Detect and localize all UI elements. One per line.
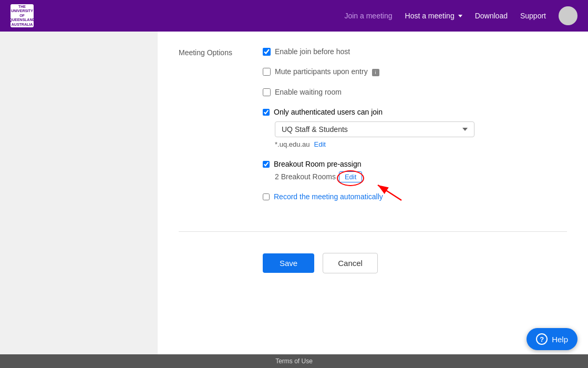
logo: THE UNIVERSITYOF QUEENSLANDAUSTRALIA [11,4,34,27]
option-mute: Mute participants upon entry i [263,67,567,76]
breakout-block: Breakout Room pre-assign 2 Breakout Room… [263,160,567,181]
main-content: Meeting Options Enable join before host … [158,32,588,368]
waiting-room-checkbox[interactable] [263,88,271,96]
header: THE UNIVERSITYOF QUEENSLANDAUSTRALIA Joi… [0,0,588,32]
breakout-edit-button[interactable]: Edit [339,171,362,182]
help-icon: ? [536,333,548,345]
header-nav: Join a meeting Host a meeting Download S… [344,6,577,25]
host-meeting-chevron-icon [458,15,462,17]
mute-checkbox[interactable] [263,68,271,76]
footer: Terms of Use [0,354,588,368]
breakout-info: 2 Breakout Rooms Edit [275,172,567,181]
options-container: Enable join before host Mute participant… [263,47,567,201]
action-row: Save Cancel [179,242,567,279]
logo-text: THE UNIVERSITYOF QUEENSLANDAUSTRALIA [11,4,34,27]
auth-header: Only authenticated users can join [263,108,567,116]
enable-join-checkbox[interactable] [263,48,271,56]
auth-dropdown-value: UQ Staff & Students [282,125,348,134]
sidebar [0,32,158,368]
support-link[interactable]: Support [520,12,546,20]
avatar[interactable] [559,6,577,25]
save-button[interactable]: Save [263,253,314,273]
auth-hint: *.uq.edu.au Edit [275,140,567,148]
host-meeting-button[interactable]: Host a meeting [405,12,462,20]
breakout-label[interactable]: Breakout Room pre-assign [274,160,362,168]
auth-dropdown[interactable]: UQ Staff & Students [275,121,474,137]
breakout-checkbox[interactable] [263,161,270,168]
join-meeting-link[interactable]: Join a meeting [344,12,392,20]
breakout-header: Breakout Room pre-assign [263,160,567,168]
meeting-options-label: Meeting Options [179,47,263,57]
waiting-room-label[interactable]: Enable waiting room [275,88,342,96]
help-label: Help [552,335,568,344]
enable-join-label[interactable]: Enable join before host [275,47,350,56]
auth-edit-link[interactable]: Edit [314,140,326,148]
download-link[interactable]: Download [475,12,508,20]
logo-box: THE UNIVERSITYOF QUEENSLANDAUSTRALIA [11,4,34,27]
help-button[interactable]: ? Help [527,328,577,350]
dropdown-chevron-icon [462,128,468,131]
mute-info-icon: i [372,69,379,76]
page-layout: Meeting Options Enable join before host … [0,32,588,368]
option-waiting-room: Enable waiting room [263,88,567,96]
option-enable-join: Enable join before host [263,47,567,56]
auth-domain: *.uq.edu.au [275,140,310,148]
auth-label[interactable]: Only authenticated users can join [274,108,383,116]
auth-checkbox[interactable] [263,109,270,116]
mute-label: Mute participants upon entry i [275,67,379,76]
meeting-options-section: Meeting Options Enable join before host … [179,47,567,232]
options-row: Meeting Options Enable join before host … [179,47,567,201]
terms-of-use[interactable]: Terms of Use [275,357,313,365]
breakout-rooms-text: 2 Breakout Rooms [275,172,336,181]
record-checkbox[interactable] [263,193,270,200]
edit-button-container: Edit [339,172,362,181]
record-item: Record the meeting automatically [263,192,567,201]
authenticated-block: Only authenticated users can join UQ Sta… [263,108,567,148]
record-label[interactable]: Record the meeting automatically [274,192,383,201]
cancel-button[interactable]: Cancel [323,253,378,273]
